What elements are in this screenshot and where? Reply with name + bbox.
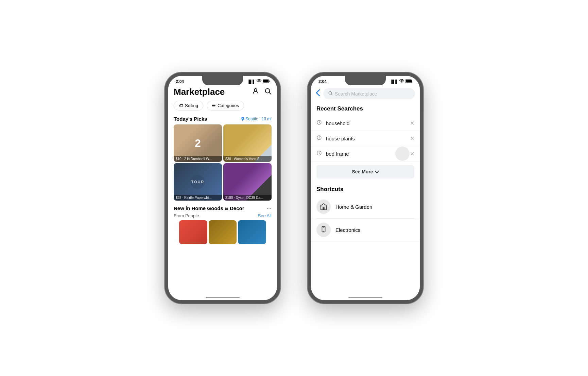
svg-point-0 xyxy=(259,83,259,83)
header-icons xyxy=(252,87,272,97)
new-section-title: New in Home Goods & Decor xyxy=(174,205,244,211)
search-icon-small xyxy=(328,91,333,97)
location-text: Seattle · 10 mi xyxy=(245,117,272,121)
signal-icon-2: ▐▌▌ xyxy=(390,80,398,84)
svg-point-7 xyxy=(242,118,243,119)
recent-item-0[interactable]: household ✕ xyxy=(311,116,420,131)
bottom-cards-row xyxy=(174,220,272,244)
shortcuts-section-title: Shortcuts xyxy=(311,182,420,195)
search-bar[interactable]: Search Marketplace xyxy=(323,88,415,99)
product-card-1[interactable]: $30 · Women's Vans S... xyxy=(223,124,272,162)
home-indicator-2 xyxy=(348,297,382,298)
categories-label: Categories xyxy=(218,103,239,108)
phone-1: 2:04 ▐▌▌ Marketplace xyxy=(165,72,280,304)
more-icon[interactable]: ··· xyxy=(266,205,272,212)
signal-icon-1: ▐▌▌ xyxy=(247,80,255,84)
bottom-card-2[interactable] xyxy=(238,220,266,244)
recent-searches-title: Recent Searches xyxy=(311,103,420,116)
recent-text-2: bed frame xyxy=(326,151,406,157)
card-label-3: $100 · Dyson DC39 Ca... xyxy=(223,195,272,201)
profile-icon[interactable] xyxy=(252,87,259,97)
status-icons-1: ▐▌▌ xyxy=(247,79,270,84)
product-card-2[interactable]: $25 · Kindle Paperwhi... xyxy=(174,163,222,201)
svg-rect-10 xyxy=(412,81,412,82)
selling-tab[interactable]: 🏷 Selling xyxy=(174,101,203,110)
home-garden-icon xyxy=(316,200,331,214)
recent-item-1[interactable]: house plants ✕ xyxy=(311,131,420,146)
section-header: Today's Picks Seattle · 10 mi xyxy=(168,115,277,124)
status-time-1: 2:04 xyxy=(176,79,184,84)
section-title: Today's Picks xyxy=(174,116,207,122)
marketplace-header: Marketplace xyxy=(168,85,277,101)
card-label-0: $10 · 2 lb Dumbbell W... xyxy=(174,156,222,162)
status-icons-2: ▐▌▌ xyxy=(390,79,412,84)
see-more-button[interactable]: See More xyxy=(316,165,414,178)
location-label: Seattle · 10 mi xyxy=(241,117,272,121)
battery-icon-2 xyxy=(405,79,412,84)
wifi-icon-1 xyxy=(257,79,261,84)
marketplace-tabs: 🏷 Selling ☰ Categories xyxy=(168,101,277,115)
shortcut-item-0[interactable]: Home & Garden xyxy=(311,195,420,218)
home-indicator xyxy=(206,297,240,298)
clock-icon-2 xyxy=(316,150,322,157)
clock-icon-0 xyxy=(316,120,322,126)
close-icon-0[interactable]: ✕ xyxy=(410,120,414,126)
card-label-2: $25 · Kindle Paperwhi... xyxy=(174,195,222,201)
chevron-down-icon xyxy=(375,169,379,174)
svg-point-20 xyxy=(323,231,324,232)
shortcut-label-1: Electronics xyxy=(335,227,360,233)
recent-text-1: house plants xyxy=(326,136,406,141)
search-header: Search Marketplace xyxy=(311,85,420,103)
from-people-label: From People xyxy=(174,213,199,218)
product-grid: $10 · 2 lb Dumbbell W... $30 · Women's V… xyxy=(168,124,277,201)
shortcut-item-1[interactable]: Electronics xyxy=(311,219,420,241)
categories-tab[interactable]: ☰ Categories xyxy=(207,101,244,110)
svg-point-8 xyxy=(401,83,402,83)
status-bar-1: 2:04 ▐▌▌ xyxy=(168,76,277,85)
bottom-card-1[interactable] xyxy=(209,220,237,244)
tag-icon: 🏷 xyxy=(179,103,183,108)
status-bar-2: 2:04 ▐▌▌ xyxy=(311,76,420,85)
battery-icon-1 xyxy=(263,79,270,84)
svg-rect-11 xyxy=(406,80,411,83)
product-card-3[interactable]: $100 · Dyson DC39 Ca... xyxy=(223,163,272,201)
bottom-card-0[interactable] xyxy=(179,220,207,244)
close-icon-1[interactable]: ✕ xyxy=(410,135,414,142)
svg-point-4 xyxy=(254,89,257,91)
new-section: New in Home Goods & Decor ··· From Peopl… xyxy=(168,202,277,246)
svg-rect-18 xyxy=(323,207,325,210)
wifi-icon-2 xyxy=(399,79,404,84)
search-placeholder-text: Search Marketplace xyxy=(335,91,377,97)
status-time-2: 2:04 xyxy=(318,79,327,84)
see-more-label: See More xyxy=(352,169,373,174)
svg-line-6 xyxy=(269,92,271,94)
product-card-0[interactable]: $10 · 2 lb Dumbbell W... xyxy=(174,124,222,162)
shortcut-label-0: Home & Garden xyxy=(335,204,372,210)
electronics-icon xyxy=(316,223,331,237)
marketplace-screen: 2:04 ▐▌▌ Marketplace xyxy=(168,76,277,300)
back-button[interactable] xyxy=(316,89,320,98)
phone-2: 2:04 ▐▌▌ Search Marketplace xyxy=(308,72,423,304)
list-icon: ☰ xyxy=(212,103,216,108)
marketplace-title: Marketplace xyxy=(174,87,225,97)
see-all-link[interactable]: See All xyxy=(258,213,272,218)
close-icon-2[interactable]: ✕ xyxy=(410,151,414,157)
svg-rect-2 xyxy=(269,81,270,82)
new-section-header: New in Home Goods & Decor ··· xyxy=(174,205,272,212)
from-people-row: From People See All xyxy=(174,213,272,218)
selling-label: Selling xyxy=(185,103,198,108)
svg-rect-3 xyxy=(263,80,268,83)
recent-item-2[interactable]: bed frame ✕ xyxy=(311,146,420,161)
search-icon[interactable] xyxy=(264,87,272,97)
search-screen: 2:04 ▐▌▌ Search Marketplace xyxy=(311,76,420,300)
card-label-1: $30 · Women's Vans S... xyxy=(223,156,272,162)
recent-text-0: household xyxy=(326,120,406,126)
svg-line-13 xyxy=(331,94,332,95)
clock-icon-1 xyxy=(316,135,322,142)
